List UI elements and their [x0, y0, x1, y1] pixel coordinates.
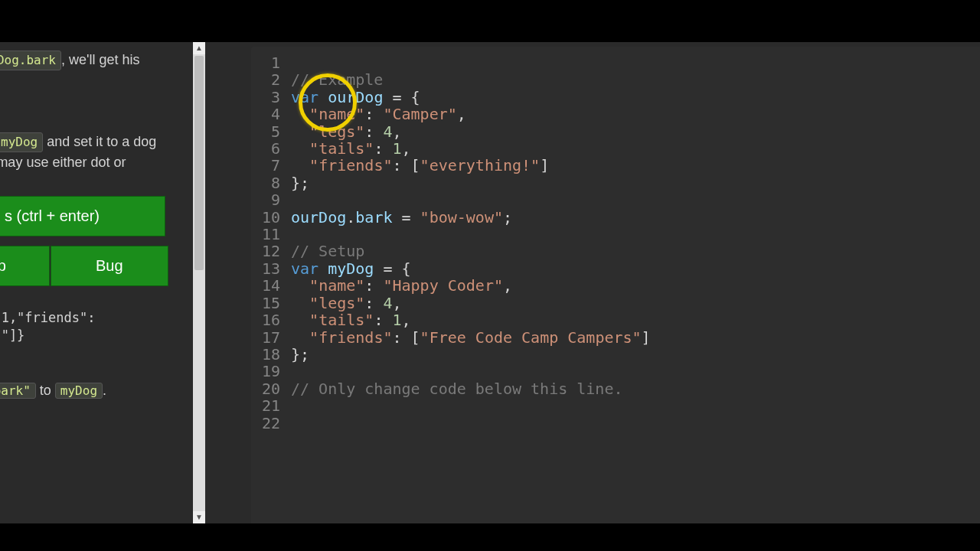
code-chip-mydog: myDog	[0, 132, 43, 152]
code-line[interactable]: 8};	[251, 174, 980, 191]
instructions-panel: ourDog.bark, we'll get his y to myDog an…	[0, 42, 205, 523]
code-content[interactable]: "name": "Happy Coder",	[291, 277, 512, 294]
help-button[interactable]: Help	[0, 246, 50, 286]
line-number: 18	[251, 346, 291, 363]
code-line[interactable]: 3var ourDog = {	[251, 89, 980, 106]
line-number: 20	[251, 380, 291, 397]
line-number: 1	[251, 54, 291, 71]
code-chip-bark: "bark"	[0, 383, 36, 399]
line-number: 9	[251, 191, 291, 208]
line-number: 8	[251, 174, 291, 191]
run-tests-button[interactable]: s (ctrl + enter)	[0, 196, 165, 236]
code-line[interactable]: 6 "tails": 1,	[251, 140, 980, 157]
line-number: 15	[251, 295, 291, 311]
code-content[interactable]: ourDog.bark = "bow-wow";	[291, 209, 512, 226]
code-content[interactable]: "legs": 4,	[291, 123, 402, 140]
line-number: 5	[251, 123, 291, 140]
test-requirement: perty "bark" to myDog.	[0, 383, 199, 399]
code-line[interactable]: 17 "friends": ["Free Code Camp Campers"]	[251, 329, 980, 346]
code-content[interactable]: "tails": 1,	[291, 140, 411, 157]
line-number: 6	[251, 140, 291, 157]
instruction-text-1: ourDog.bark, we'll get his	[0, 50, 199, 70]
code-line[interactable]: 15 "legs": 4,	[251, 295, 980, 311]
code-chip-ourdog-bark: ourDog.bark	[0, 51, 61, 70]
code-content[interactable]: "friends": ["everything!"]	[291, 157, 549, 174]
code-editor[interactable]: 12// Example3var ourDog = {4 "name": "Ca…	[251, 47, 980, 523]
code-line[interactable]: 5 "legs": 4,	[251, 123, 980, 140]
code-line[interactable]: 14 "name": "Happy Coder",	[251, 277, 980, 294]
left-scrollbar[interactable]: ▲ ▼	[193, 42, 205, 523]
scroll-down-icon[interactable]: ▼	[193, 511, 205, 523]
code-line[interactable]: 1	[251, 54, 980, 71]
panel-gap	[205, 42, 251, 523]
line-number: 3	[251, 89, 291, 106]
line-number: 10	[251, 209, 291, 226]
code-line[interactable]: 22	[251, 415, 980, 432]
line-number: 21	[251, 397, 291, 414]
code-line[interactable]: 11	[251, 226, 980, 243]
code-content[interactable]: "tails": 1,	[291, 311, 411, 328]
code-content[interactable]: // Example	[291, 71, 383, 88]
line-number: 2	[251, 71, 291, 88]
code-line[interactable]: 7 "friends": ["everything!"]	[251, 157, 980, 174]
code-line[interactable]: 13var myDog = {	[251, 260, 980, 277]
line-number: 11	[251, 226, 291, 243]
code-line[interactable]: 20// Only change code below this line.	[251, 380, 980, 397]
code-content[interactable]: var ourDog = {	[291, 89, 420, 106]
code-line[interactable]: 18};	[251, 346, 980, 363]
instruction-text-2: y to myDog and set it to a dog You may u…	[0, 132, 199, 173]
line-number: 12	[251, 243, 291, 259]
scroll-thumb[interactable]	[194, 56, 204, 270]
line-number: 13	[251, 260, 291, 277]
code-content[interactable]: "legs": 4,	[291, 295, 402, 311]
content-area: ourDog.bark, we'll get his y to myDog an…	[0, 42, 980, 523]
code-content[interactable]: "name": "Camper",	[291, 106, 466, 122]
code-content[interactable]: };	[291, 174, 309, 191]
code-content[interactable]: };	[291, 346, 309, 363]
code-chip-mydog-2: myDog	[55, 383, 103, 399]
scroll-up-icon[interactable]: ▲	[193, 42, 205, 54]
line-number: 16	[251, 311, 291, 328]
line-number: 19	[251, 363, 291, 380]
code-line[interactable]: 21	[251, 397, 980, 414]
code-line[interactable]: 9	[251, 191, 980, 208]
line-number: 4	[251, 106, 291, 122]
line-number: 22	[251, 415, 291, 432]
code-content[interactable]: var myDog = {	[291, 260, 411, 277]
code-content[interactable]: "friends": ["Free Code Camp Campers"]	[291, 329, 651, 346]
line-number: 7	[251, 157, 291, 174]
code-line[interactable]: 19	[251, 363, 980, 380]
code-line[interactable]: 4 "name": "Camper",	[251, 106, 980, 122]
code-line[interactable]: 16 "tails": 1,	[251, 311, 980, 328]
console-output: tails":1,"friends": Campers"]}	[0, 309, 199, 344]
code-line[interactable]: 12// Setup	[251, 243, 980, 259]
line-number: 14	[251, 277, 291, 294]
code-line[interactable]: 10ourDog.bark = "bow-wow";	[251, 209, 980, 226]
bug-button[interactable]: Bug	[51, 246, 169, 286]
code-content[interactable]: // Setup	[291, 243, 364, 259]
code-content[interactable]: // Only change code below this line.	[291, 380, 622, 397]
line-number: 17	[251, 329, 291, 346]
code-line[interactable]: 2// Example	[251, 71, 980, 88]
